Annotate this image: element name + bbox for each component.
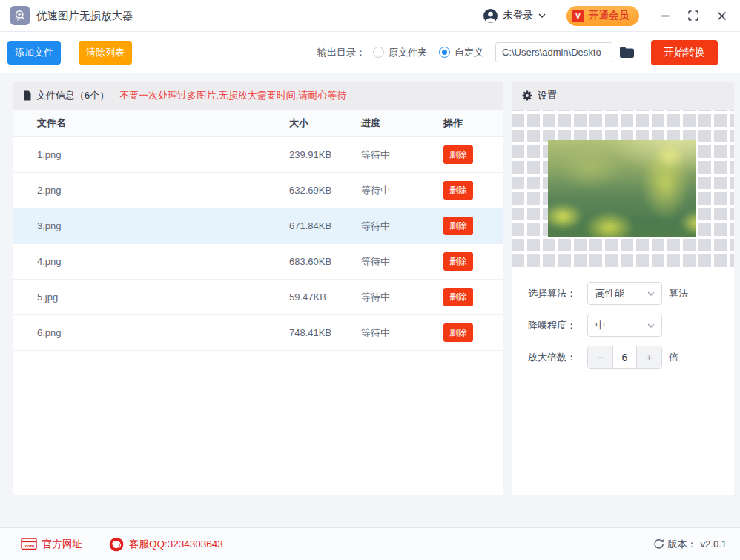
file-name: 5.jpg: [37, 291, 289, 303]
scale-stepper: − 6 +: [587, 346, 662, 369]
table-row[interactable]: 6.png 748.41KB 等待中 删除: [13, 315, 503, 351]
version-value: v2.0.1: [701, 538, 727, 550]
window-controls: [654, 4, 733, 27]
chevron-down-icon: [538, 13, 546, 18]
file-name: 3.png: [37, 220, 289, 231]
table-header: 文件名 大小 进度 操作: [13, 110, 503, 137]
output-directory-label: 输出目录：: [317, 46, 366, 59]
file-name: 6.png: [37, 327, 289, 338]
footer: .com 官方网址 客服QQ:3234303643 版本： v2.0.1: [0, 527, 740, 560]
output-path-input[interactable]: [495, 42, 612, 62]
delete-button[interactable]: 删除: [443, 217, 473, 235]
file-status: 等待中: [361, 148, 443, 162]
app-logo-icon: [10, 6, 30, 25]
algorithm-label: 选择算法：: [528, 287, 587, 300]
output-directory-group: 输出目录： 原文件夹 自定义 开始转换: [317, 40, 718, 65]
delete-button[interactable]: 删除: [443, 252, 473, 271]
file-name: 4.png: [37, 256, 289, 267]
file-name: 2.png: [37, 185, 289, 196]
table-row[interactable]: 4.png 683.60KB 等待中 删除: [13, 244, 503, 280]
scale-suffix: 倍: [669, 351, 678, 364]
radio-custom-folder[interactable]: 自定义: [439, 46, 483, 59]
qq-support-label: 客服QQ:3234303643: [129, 538, 223, 551]
titlebar: 优速图片无损放大器 未登录 V 开通会员: [0, 0, 740, 32]
table-row[interactable]: 1.png 239.91KB 等待中 删除: [13, 137, 503, 173]
scale-increase-button[interactable]: +: [637, 346, 661, 368]
settings-panel-header: 设置: [512, 82, 734, 110]
chevron-down-icon: [647, 291, 655, 296]
toolbar: 添加文件 清除列表 输出目录： 原文件夹 自定义 开始转换: [0, 32, 740, 73]
minimize-icon: [660, 10, 670, 21]
file-status: 等待中: [361, 184, 443, 197]
qq-service-icon: [109, 537, 124, 552]
browse-folder-button[interactable]: [619, 46, 635, 59]
denoise-select-value: 中: [595, 319, 605, 332]
algorithm-select-value: 高性能: [595, 287, 624, 300]
column-header-filename: 文件名: [37, 116, 289, 130]
maximize-button[interactable]: [682, 4, 704, 27]
website-icon: .com: [21, 538, 37, 550]
scale-label: 放大倍数：: [528, 351, 587, 364]
file-size: 683.60KB: [289, 256, 361, 267]
vip-button-label: 开通会员: [589, 9, 629, 22]
file-panel-header: 文件信息（6个） 不要一次处理过多图片,无损放大需要时间,请耐心等待: [13, 82, 503, 110]
table-row-selected[interactable]: 3.png 671.84KB 等待中 删除: [13, 208, 503, 244]
column-header-action: 操作: [443, 116, 503, 130]
radio-custom-folder-label: 自定义: [455, 46, 483, 59]
delete-button[interactable]: 删除: [443, 323, 473, 342]
version-label: 版本：: [668, 538, 697, 551]
app-title: 优速图片无损放大器: [36, 9, 133, 23]
file-size: 671.84KB: [289, 220, 361, 231]
preview-image-art: [548, 140, 696, 237]
official-website-link[interactable]: .com 官方网址: [21, 538, 82, 551]
titlebar-right: 未登录 V 开通会员: [483, 4, 733, 27]
settings-controls: 选择算法： 高性能 算法 降噪程度： 中: [512, 282, 734, 378]
column-header-progress: 进度: [361, 116, 443, 130]
transparency-checkerboard: [512, 110, 734, 267]
delete-button[interactable]: 删除: [443, 145, 473, 164]
file-size: 59.47KB: [289, 291, 361, 303]
algorithm-select[interactable]: 高性能: [587, 282, 662, 305]
folder-icon: [619, 46, 635, 59]
radio-custom-folder-circle[interactable]: [439, 47, 450, 58]
denoise-select[interactable]: 中: [587, 314, 662, 337]
document-icon: [23, 90, 32, 101]
file-panel-warning: 不要一次处理过多图片,无损放大需要时间,请耐心等待: [119, 89, 346, 102]
file-size: 239.91KB: [289, 149, 361, 160]
scale-value: 6: [612, 346, 637, 368]
user-avatar-icon: [483, 8, 498, 24]
clear-list-button[interactable]: 清除列表: [79, 41, 132, 65]
maximize-icon: [688, 10, 698, 21]
table-row[interactable]: 5.jpg 59.47KB 等待中 删除: [13, 280, 503, 315]
version-area: 版本： v2.0.1: [653, 538, 727, 551]
vip-button[interactable]: V 开通会员: [566, 6, 639, 26]
refresh-icon[interactable]: [653, 538, 664, 550]
radio-original-folder-circle[interactable]: [373, 47, 384, 58]
start-convert-button[interactable]: 开始转换: [651, 40, 718, 65]
delete-button[interactable]: 删除: [443, 288, 473, 306]
preview-image: [548, 140, 696, 237]
add-files-button[interactable]: 添加文件: [7, 41, 61, 65]
account-menu[interactable]: 未登录: [483, 8, 546, 24]
radio-original-folder-label: 原文件夹: [389, 46, 427, 59]
scale-row: 放大倍数： − 6 + 倍: [528, 346, 734, 369]
minimize-button[interactable]: [654, 4, 676, 27]
file-panel-title: 文件信息（6个）: [36, 89, 109, 102]
denoise-row: 降噪程度： 中: [528, 314, 734, 337]
radio-original-folder[interactable]: 原文件夹: [373, 46, 427, 59]
file-list-panel: 文件信息（6个） 不要一次处理过多图片,无损放大需要时间,请耐心等待 文件名 大…: [13, 82, 503, 495]
file-status: 等待中: [361, 291, 443, 304]
close-icon: [717, 11, 727, 21]
algorithm-row: 选择算法： 高性能 算法: [528, 282, 734, 305]
file-status: 等待中: [361, 326, 443, 340]
close-button[interactable]: [710, 4, 733, 27]
table-row[interactable]: 2.png 632.69KB 等待中 删除: [13, 173, 503, 208]
delete-button[interactable]: 删除: [443, 181, 473, 200]
scale-decrease-button[interactable]: −: [588, 346, 612, 368]
file-size: 632.69KB: [289, 185, 361, 196]
official-website-label: 官方网址: [42, 538, 82, 551]
denoise-label: 降噪程度：: [528, 319, 587, 332]
settings-panel-title: 设置: [538, 89, 557, 102]
qq-support-link[interactable]: 客服QQ:3234303643: [109, 537, 223, 552]
login-status-label: 未登录: [503, 9, 534, 22]
